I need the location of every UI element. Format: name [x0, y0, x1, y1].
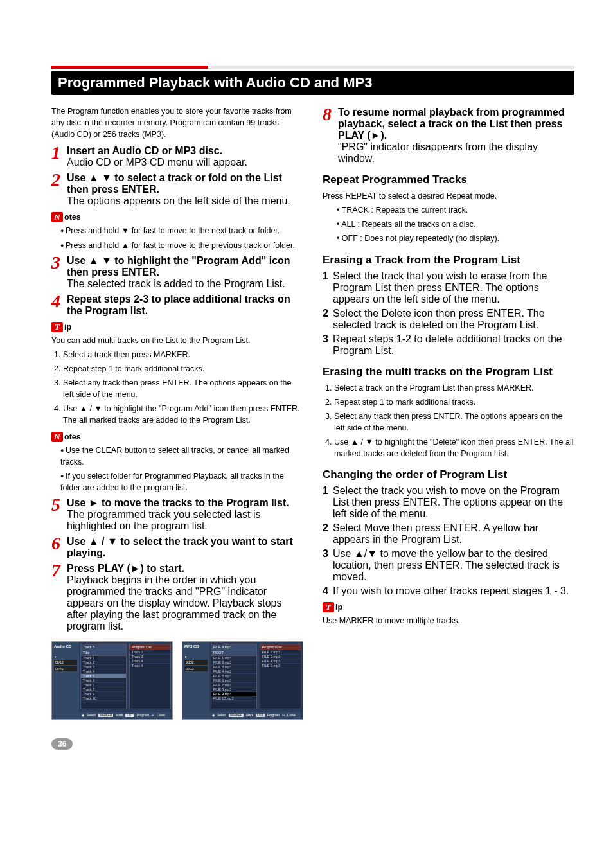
scr-row: FILE 7.mp3 — [211, 683, 256, 687]
step-number: 8 — [323, 107, 337, 122]
scr-track-label: 9/152 — [184, 660, 208, 665]
step-8: 8 To resume normal playback from program… — [323, 107, 574, 164]
step-6: 6 Use ▲ / ▼ to select the track you want… — [51, 536, 303, 559]
scr-bottom-bar: ◉Select MARKERMark LISTProgram ↩Close — [209, 712, 301, 718]
step-number: 2 — [51, 172, 66, 188]
repeat-lead: Press REPEAT to select a desired Repeat … — [323, 190, 574, 202]
tip-list-item: Select any track then press ENTER. The o… — [63, 377, 303, 400]
note-item: Press and hold ▲ for fast to move to the… — [60, 240, 303, 251]
scr-row: FILE 2.mp3 — [260, 655, 301, 659]
step-sub: The options appears on the left side of … — [67, 195, 303, 207]
tip-icon: T — [51, 322, 63, 332]
step-7: 7 Press PLAY (►) to start. Playback begi… — [51, 563, 303, 632]
step-number: 7 — [51, 563, 66, 578]
scr-row: FILE 9.mp3 — [260, 664, 301, 668]
scr-row: Track 4 — [130, 664, 170, 668]
left-column: The Program function enables you to stor… — [51, 103, 303, 750]
notes-block-1: N otes Press and hold ▼ for fast to move… — [51, 212, 303, 251]
scr-row: Track 6 — [81, 678, 126, 683]
step-bold: Repeat steps 2-3 to place additional tra… — [67, 294, 290, 316]
heading-repeat: Repeat Programmed Tracks — [323, 173, 574, 186]
scr-row: Track 3 — [130, 655, 170, 659]
step-bold: Use ► to move the tracks to the Program … — [67, 497, 289, 508]
scr-prog-head: Program List — [130, 644, 170, 650]
scr-row: Track 4 — [81, 669, 126, 674]
note-item: If you select folder for Programmed Play… — [60, 470, 303, 493]
scr-row: FILE 9.mp3 — [211, 692, 256, 696]
scr-row: FILE 4.mp3 — [260, 659, 301, 664]
erase-step: 2Select the Delete icon then press ENTER… — [323, 308, 574, 331]
step-bold: Use ▲ ▼ to select a track or fold on the… — [67, 172, 282, 195]
erasemulti-step: Select a track on the Program List then … — [334, 382, 574, 394]
right-column: 8 To resume normal playback from program… — [323, 103, 574, 750]
scr-side-title: Audio CD — [54, 644, 77, 648]
change-step: 2Select Move then press ENTER. A yellow … — [323, 522, 574, 545]
heading-erase: Erasing a Track from the Program List — [323, 254, 574, 267]
note-icon: N — [51, 432, 63, 442]
step-2: 2 Use ▲ ▼ to select a track or fold on t… — [51, 172, 303, 207]
step-number: 3 — [51, 255, 66, 270]
step-sub: The selected track is added to the Progr… — [67, 278, 303, 290]
step-bold: Use ▲ / ▼ to select the track you want t… — [67, 536, 293, 558]
step-3: 3 Use ▲ ▼ to highlight the "Program Add"… — [51, 255, 303, 290]
tip-block-1: T ip You can add multi tracks on the Lis… — [51, 322, 303, 427]
erase-step: 1Select the track that you wish to erase… — [323, 270, 574, 305]
step-number: 5 — [51, 497, 66, 513]
scr-row: Track 10 — [81, 696, 126, 701]
step-sub: Playback begins in the order in which yo… — [67, 574, 303, 632]
scr-row: Track 5 — [81, 674, 126, 678]
step-1: 1 Insert an Audio CD or MP3 disc. Audio … — [51, 145, 303, 168]
note-label: otes — [64, 213, 81, 222]
page-title: Programmed Playback with Audio CD and MP… — [51, 71, 574, 95]
repeat-item: TRACK : Repeats the current track. — [337, 204, 574, 216]
scr-row: FILE 6.mp3 — [211, 678, 256, 683]
scr-track-label: 08/12 — [54, 660, 77, 665]
step-sub: "PRG" indicator disappears from the disp… — [338, 141, 574, 164]
heading-change: Changing the order of Program List — [323, 468, 574, 481]
scr-row: Track 2 — [130, 650, 170, 655]
screenshots-row: Audio CD ► 08/12 00:42 Track 5 Title Tra… — [51, 641, 303, 720]
scr-row: Track 4 — [130, 659, 170, 664]
scr-row: Track 8 — [81, 687, 126, 692]
step-5: 5 Use ► to move the tracks to the Progra… — [51, 497, 303, 532]
step-number: 4 — [51, 294, 66, 309]
scr-time: 00:42 — [54, 666, 77, 671]
scr-row: Track 1 — [81, 656, 126, 660]
step-bold: Insert an Audio CD or MP3 disc. — [67, 145, 222, 156]
step-bold: Press PLAY (►) to start. — [67, 563, 184, 574]
change-step: 4If you wish to move other tracks repeat… — [323, 585, 574, 597]
scr-row: FILE 6.mp3 — [260, 650, 301, 655]
scr-row: FILE 8.mp3 — [211, 687, 256, 692]
step-sub: Audio CD or MP3 CD menu will appear. — [67, 157, 303, 168]
tip-list-item: Select a track then press MARKER. — [63, 349, 303, 360]
note-item: Use the CLEAR button to select all track… — [60, 445, 303, 468]
tip-list-item: Repeat step 1 to mark additional tracks. — [63, 363, 303, 375]
scr-row: FILE 5.mp3 — [211, 674, 256, 678]
page-number: 36 — [51, 738, 73, 750]
scr-time: 00:13 — [184, 666, 208, 671]
scr-header-top: Track 5 — [81, 644, 126, 650]
step-4: 4 Repeat steps 2-3 to place additional t… — [51, 294, 303, 317]
tip-icon: T — [323, 602, 334, 612]
scr-header-title: ROOT — [211, 650, 256, 656]
step-sub: The programmed track you selected last i… — [67, 509, 303, 532]
tip-text: Use MARKER to move multiple tracks. — [323, 615, 574, 626]
scr-row: Track 7 — [81, 683, 126, 687]
change-step: 1Select the track you wish to move on th… — [323, 485, 574, 520]
scr-row: Track 2 — [81, 660, 126, 665]
step-number: 1 — [51, 145, 66, 161]
note-icon: N — [51, 212, 63, 222]
page-number-badge: 36 — [51, 738, 303, 750]
tip-block-2: T ip Use MARKER to move multiple tracks. — [323, 602, 574, 626]
scr-row: Track 3 — [81, 665, 126, 669]
erasemulti-step: Select any track then press ENTER. The o… — [334, 411, 574, 434]
step-number: 6 — [51, 536, 66, 551]
scr-side-title: MP3 CD — [184, 644, 208, 648]
heading-erase-multi: Erasing the multi tracks on the Program … — [323, 366, 574, 378]
step-bold: To resume normal playback from programme… — [338, 107, 565, 141]
notes-block-2: N otes Use the CLEAR button to select al… — [51, 432, 303, 494]
repeat-item: ALL : Repeats all the tracks on a disc. — [337, 218, 574, 230]
scr-header-title: Title — [81, 650, 126, 656]
scr-row: FILE 2.mp3 — [211, 660, 256, 665]
scr-row: Track 9 — [81, 692, 126, 696]
